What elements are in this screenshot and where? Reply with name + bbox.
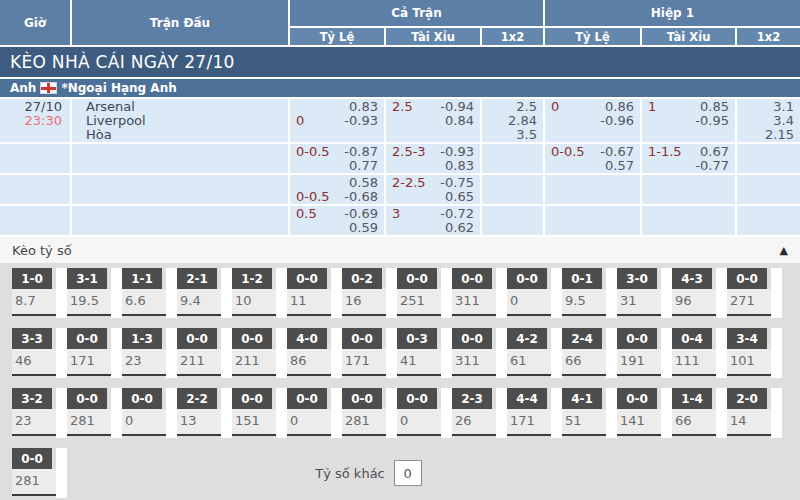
league-bar[interactable]: Anh *Ngoại Hạng Anh [0, 79, 800, 97]
score-box[interactable]: 3-4 [727, 328, 767, 349]
score-box[interactable]: 2-4 [562, 328, 602, 349]
score-box[interactable]: 2-1 [177, 268, 217, 289]
score-box[interactable]: 3-3 [12, 328, 52, 349]
other-score-input[interactable] [394, 460, 422, 486]
score-box[interactable]: 1-3 [122, 328, 162, 349]
score-cell[interactable]: 0-0141 [617, 388, 672, 438]
score-box[interactable]: 3-2 [12, 388, 52, 409]
score-box[interactable]: 1-0 [12, 268, 52, 289]
half-1x2-cell[interactable] [737, 175, 800, 204]
score-box[interactable]: 0-0 [232, 388, 272, 409]
score-box[interactable]: 0-0 [122, 388, 162, 409]
full-handicap-cell[interactable]: 0.580-0.5-0.68 [290, 175, 384, 204]
score-cell[interactable]: 0-0251 [397, 268, 452, 318]
score-box[interactable]: 0-0 [617, 328, 657, 349]
score-box[interactable]: 2-3 [452, 388, 492, 409]
full-handicap-cell[interactable]: 0.5-0.690.59 [290, 206, 384, 235]
half-over-under-cell[interactable] [642, 206, 735, 235]
full-over-under-cell[interactable]: 2-2.5-0.750.65 [386, 175, 480, 204]
score-box[interactable]: 4-0 [287, 328, 327, 349]
score-box[interactable]: 4-3 [672, 268, 712, 289]
score-cell[interactable]: 4-4171 [507, 388, 562, 438]
score-cell[interactable]: 0-00 [397, 388, 452, 438]
score-cell[interactable]: 4-261 [507, 328, 562, 378]
half-handicap-cell[interactable] [545, 206, 640, 235]
score-cell[interactable]: 0-4111 [672, 328, 727, 378]
score-cell[interactable]: 1-08.7 [12, 268, 67, 318]
score-box[interactable]: 0-0 [177, 328, 217, 349]
score-box[interactable]: 1-4 [672, 388, 712, 409]
score-cell[interactable]: 0-011 [287, 268, 342, 318]
half-1x2-cell[interactable] [737, 206, 800, 235]
score-cell[interactable]: 1-210 [232, 268, 287, 318]
score-cell[interactable]: 2-213 [177, 388, 232, 438]
half-over-under-cell[interactable]: 1-1.50.67-0.77 [642, 144, 735, 173]
full-over-under-cell[interactable]: 3-0.720.62 [386, 206, 480, 235]
score-cell[interactable]: 3-223 [12, 388, 67, 438]
score-cell[interactable]: 0-0281 [67, 388, 122, 438]
full-1x2-cell[interactable] [482, 144, 543, 173]
score-cell[interactable]: 1-16.6 [122, 268, 177, 318]
half-handicap-cell[interactable]: 0-0.5-0.670.57 [545, 144, 640, 173]
score-cell[interactable]: 0-00 [507, 268, 562, 318]
score-cell[interactable]: 0-216 [342, 268, 397, 318]
score-box[interactable]: 0-0 [617, 388, 657, 409]
score-box[interactable]: 0-0 [507, 268, 547, 289]
score-cell[interactable]: 0-0281 [342, 388, 397, 438]
score-cell[interactable]: 3-346 [12, 328, 67, 378]
score-box[interactable]: 0-2 [342, 268, 382, 289]
score-box[interactable]: 0-0 [287, 268, 327, 289]
score-box[interactable]: 0-0 [342, 328, 382, 349]
score-cell[interactable]: 0-0211 [177, 328, 232, 378]
score-cell[interactable]: 0-341 [397, 328, 452, 378]
score-cell[interactable]: 2-014 [727, 388, 782, 438]
score-box[interactable]: 2-2 [177, 388, 217, 409]
score-box[interactable]: 0-0 [342, 388, 382, 409]
half-1x2-cell[interactable] [737, 144, 800, 173]
score-cell[interactable]: 3-119.5 [67, 268, 122, 318]
score-cell[interactable]: 0-0281 [12, 448, 67, 498]
score-box[interactable]: 0-0 [67, 328, 107, 349]
score-box[interactable]: 0-0 [287, 388, 327, 409]
score-box[interactable]: 0-0 [67, 388, 107, 409]
half-1x2-cell[interactable]: 3.13.42.15 [737, 99, 800, 142]
score-cell[interactable]: 0-0271 [727, 268, 782, 318]
score-cell[interactable]: 0-19.5 [562, 268, 617, 318]
match-cell[interactable]: ArsenalLiverpoolHòa [72, 99, 288, 142]
score-box[interactable]: 4-2 [507, 328, 547, 349]
score-cell[interactable]: 0-0171 [342, 328, 397, 378]
score-cell[interactable]: 1-466 [672, 388, 727, 438]
score-box[interactable]: 3-1 [67, 268, 107, 289]
score-box[interactable]: 0-0 [397, 268, 437, 289]
score-box[interactable]: 4-1 [562, 388, 602, 409]
score-cell[interactable]: 0-00 [122, 388, 177, 438]
score-box[interactable]: 4-4 [507, 388, 547, 409]
full-over-under-cell[interactable]: 2.5-0.940.84 [386, 99, 480, 142]
score-cell[interactable]: 0-0171 [67, 328, 122, 378]
score-box[interactable]: 0-0 [12, 448, 52, 469]
collapse-arrow-icon[interactable]: ▲ [780, 244, 788, 257]
full-1x2-cell[interactable]: 2.52.843.5 [482, 99, 543, 142]
score-cell[interactable]: 0-0311 [452, 328, 507, 378]
score-cell[interactable]: 2-466 [562, 328, 617, 378]
full-handicap-cell[interactable]: 0.830-0.93 [290, 99, 384, 142]
score-cell[interactable]: 0-0191 [617, 328, 672, 378]
score-cell[interactable]: 2-19.4 [177, 268, 232, 318]
score-box[interactable]: 0-0 [727, 268, 767, 289]
score-cell[interactable]: 0-0211 [232, 328, 287, 378]
full-over-under-cell[interactable]: 2.5-3-0.930.83 [386, 144, 480, 173]
score-box[interactable]: 0-3 [397, 328, 437, 349]
score-box[interactable]: 0-0 [452, 268, 492, 289]
full-1x2-cell[interactable] [482, 206, 543, 235]
score-box[interactable]: 2-0 [727, 388, 767, 409]
score-cell[interactable]: 3-4101 [727, 328, 782, 378]
score-box[interactable]: 0-0 [452, 328, 492, 349]
score-box[interactable]: 0-0 [397, 388, 437, 409]
score-cell[interactable]: 4-151 [562, 388, 617, 438]
score-cell[interactable]: 3-031 [617, 268, 672, 318]
score-box[interactable]: 1-1 [122, 268, 162, 289]
score-box[interactable]: 0-1 [562, 268, 602, 289]
score-cell[interactable]: 1-323 [122, 328, 177, 378]
score-cell[interactable]: 4-396 [672, 268, 727, 318]
half-handicap-cell[interactable] [545, 175, 640, 204]
